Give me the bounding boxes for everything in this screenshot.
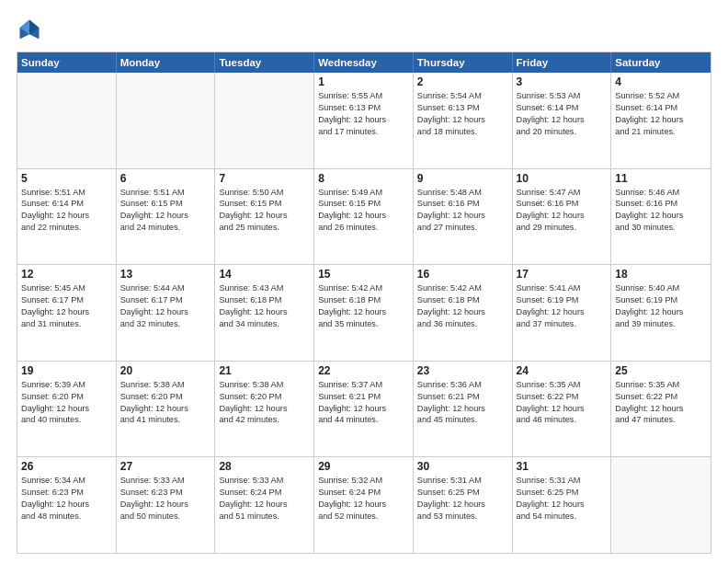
day-info: Sunrise: 5:42 AM Sunset: 6:18 PM Dayligh… bbox=[318, 282, 409, 330]
day-info: Sunrise: 5:51 AM Sunset: 6:15 PM Dayligh… bbox=[120, 187, 211, 235]
header-day-friday: Friday bbox=[513, 52, 612, 73]
day-number: 13 bbox=[120, 268, 211, 281]
day-info: Sunrise: 5:47 AM Sunset: 6:16 PM Dayligh… bbox=[517, 187, 608, 235]
day-info: Sunrise: 5:36 AM Sunset: 6:21 PM Dayligh… bbox=[417, 379, 508, 427]
day-number: 7 bbox=[219, 172, 310, 185]
day-info: Sunrise: 5:50 AM Sunset: 6:15 PM Dayligh… bbox=[219, 187, 310, 235]
day-info: Sunrise: 5:38 AM Sunset: 6:20 PM Dayligh… bbox=[120, 379, 211, 427]
calendar-header: SundayMondayTuesdayWednesdayThursdayFrid… bbox=[17, 52, 711, 73]
calendar-cell: 23Sunrise: 5:36 AM Sunset: 6:21 PM Dayli… bbox=[414, 362, 513, 457]
calendar-cell: 28Sunrise: 5:33 AM Sunset: 6:24 PM Dayli… bbox=[215, 457, 314, 553]
calendar-cell: 17Sunrise: 5:41 AM Sunset: 6:19 PM Dayli… bbox=[513, 265, 612, 361]
day-info: Sunrise: 5:43 AM Sunset: 6:18 PM Dayligh… bbox=[219, 282, 310, 330]
header bbox=[17, 17, 711, 42]
day-info: Sunrise: 5:42 AM Sunset: 6:18 PM Dayligh… bbox=[417, 282, 508, 330]
calendar-cell: 14Sunrise: 5:43 AM Sunset: 6:18 PM Dayli… bbox=[215, 265, 314, 361]
calendar-cell bbox=[17, 73, 117, 168]
calendar-week-5: 26Sunrise: 5:34 AM Sunset: 6:23 PM Dayli… bbox=[17, 457, 711, 553]
calendar-cell bbox=[611, 457, 711, 553]
header-day-tuesday: Tuesday bbox=[215, 52, 314, 73]
calendar-cell: 1Sunrise: 5:55 AM Sunset: 6:13 PM Daylig… bbox=[314, 73, 414, 168]
day-number: 30 bbox=[417, 460, 508, 473]
calendar-cell: 21Sunrise: 5:38 AM Sunset: 6:20 PM Dayli… bbox=[215, 362, 314, 457]
calendar-cell: 2Sunrise: 5:54 AM Sunset: 6:13 PM Daylig… bbox=[414, 73, 513, 168]
calendar-cell bbox=[117, 73, 216, 168]
day-number: 5 bbox=[21, 172, 112, 185]
calendar-cell: 24Sunrise: 5:35 AM Sunset: 6:22 PM Dayli… bbox=[513, 362, 612, 457]
day-number: 15 bbox=[318, 268, 409, 281]
calendar-cell: 26Sunrise: 5:34 AM Sunset: 6:23 PM Dayli… bbox=[17, 457, 117, 553]
page: SundayMondayTuesdayWednesdayThursdayFrid… bbox=[0, 0, 728, 563]
calendar-cell: 7Sunrise: 5:50 AM Sunset: 6:15 PM Daylig… bbox=[215, 169, 314, 265]
day-info: Sunrise: 5:46 AM Sunset: 6:16 PM Dayligh… bbox=[615, 187, 707, 235]
calendar-cell: 16Sunrise: 5:42 AM Sunset: 6:18 PM Dayli… bbox=[414, 265, 513, 361]
day-number: 10 bbox=[517, 172, 608, 185]
calendar-cell: 4Sunrise: 5:52 AM Sunset: 6:14 PM Daylig… bbox=[611, 73, 711, 168]
day-number: 4 bbox=[615, 75, 707, 88]
day-number: 19 bbox=[21, 364, 112, 377]
calendar-cell bbox=[215, 73, 314, 168]
day-number: 16 bbox=[417, 268, 508, 281]
logo-icon bbox=[17, 17, 42, 42]
day-info: Sunrise: 5:38 AM Sunset: 6:20 PM Dayligh… bbox=[219, 379, 310, 427]
calendar-week-2: 5Sunrise: 5:51 AM Sunset: 6:14 PM Daylig… bbox=[17, 169, 711, 266]
calendar-cell: 8Sunrise: 5:49 AM Sunset: 6:15 PM Daylig… bbox=[314, 169, 414, 265]
day-number: 22 bbox=[318, 364, 409, 377]
day-number: 12 bbox=[21, 268, 112, 281]
day-number: 11 bbox=[615, 172, 707, 185]
day-info: Sunrise: 5:33 AM Sunset: 6:23 PM Dayligh… bbox=[120, 475, 211, 523]
day-info: Sunrise: 5:35 AM Sunset: 6:22 PM Dayligh… bbox=[517, 379, 608, 427]
day-info: Sunrise: 5:48 AM Sunset: 6:16 PM Dayligh… bbox=[417, 187, 508, 235]
calendar-week-4: 19Sunrise: 5:39 AM Sunset: 6:20 PM Dayli… bbox=[17, 362, 711, 458]
calendar-cell: 30Sunrise: 5:31 AM Sunset: 6:25 PM Dayli… bbox=[414, 457, 513, 553]
day-info: Sunrise: 5:40 AM Sunset: 6:19 PM Dayligh… bbox=[615, 282, 707, 330]
day-number: 18 bbox=[615, 268, 707, 281]
header-day-wednesday: Wednesday bbox=[314, 52, 414, 73]
day-info: Sunrise: 5:34 AM Sunset: 6:23 PM Dayligh… bbox=[21, 475, 112, 523]
calendar-cell: 22Sunrise: 5:37 AM Sunset: 6:21 PM Dayli… bbox=[314, 362, 414, 457]
header-day-monday: Monday bbox=[117, 52, 216, 73]
day-number: 14 bbox=[219, 268, 310, 281]
day-info: Sunrise: 5:37 AM Sunset: 6:21 PM Dayligh… bbox=[318, 379, 409, 427]
calendar: SundayMondayTuesdayWednesdayThursdayFrid… bbox=[17, 52, 711, 554]
calendar-body: 1Sunrise: 5:55 AM Sunset: 6:13 PM Daylig… bbox=[17, 73, 711, 553]
calendar-week-1: 1Sunrise: 5:55 AM Sunset: 6:13 PM Daylig… bbox=[17, 73, 711, 169]
calendar-cell: 18Sunrise: 5:40 AM Sunset: 6:19 PM Dayli… bbox=[611, 265, 711, 361]
day-info: Sunrise: 5:31 AM Sunset: 6:25 PM Dayligh… bbox=[417, 475, 508, 523]
day-number: 8 bbox=[318, 172, 409, 185]
calendar-cell: 6Sunrise: 5:51 AM Sunset: 6:15 PM Daylig… bbox=[117, 169, 216, 265]
calendar-cell: 31Sunrise: 5:31 AM Sunset: 6:25 PM Dayli… bbox=[513, 457, 612, 553]
day-info: Sunrise: 5:53 AM Sunset: 6:14 PM Dayligh… bbox=[517, 90, 608, 138]
calendar-cell: 11Sunrise: 5:46 AM Sunset: 6:16 PM Dayli… bbox=[611, 169, 711, 265]
day-info: Sunrise: 5:52 AM Sunset: 6:14 PM Dayligh… bbox=[615, 90, 707, 138]
day-number: 29 bbox=[318, 460, 409, 473]
day-info: Sunrise: 5:31 AM Sunset: 6:25 PM Dayligh… bbox=[517, 475, 608, 523]
calendar-cell: 13Sunrise: 5:44 AM Sunset: 6:17 PM Dayli… bbox=[117, 265, 216, 361]
day-number: 20 bbox=[120, 364, 211, 377]
day-number: 6 bbox=[120, 172, 211, 185]
calendar-cell: 15Sunrise: 5:42 AM Sunset: 6:18 PM Dayli… bbox=[314, 265, 414, 361]
day-info: Sunrise: 5:35 AM Sunset: 6:22 PM Dayligh… bbox=[615, 379, 707, 427]
calendar-cell: 29Sunrise: 5:32 AM Sunset: 6:24 PM Dayli… bbox=[314, 457, 414, 553]
day-info: Sunrise: 5:55 AM Sunset: 6:13 PM Dayligh… bbox=[318, 90, 409, 138]
calendar-cell: 19Sunrise: 5:39 AM Sunset: 6:20 PM Dayli… bbox=[17, 362, 117, 457]
day-number: 24 bbox=[517, 364, 608, 377]
day-info: Sunrise: 5:41 AM Sunset: 6:19 PM Dayligh… bbox=[517, 282, 608, 330]
day-number: 28 bbox=[219, 460, 310, 473]
day-info: Sunrise: 5:54 AM Sunset: 6:13 PM Dayligh… bbox=[417, 90, 508, 138]
calendar-cell: 25Sunrise: 5:35 AM Sunset: 6:22 PM Dayli… bbox=[611, 362, 711, 457]
calendar-cell: 9Sunrise: 5:48 AM Sunset: 6:16 PM Daylig… bbox=[414, 169, 513, 265]
day-number: 1 bbox=[318, 75, 409, 88]
day-number: 25 bbox=[615, 364, 707, 377]
header-day-saturday: Saturday bbox=[611, 52, 711, 73]
day-number: 26 bbox=[21, 460, 112, 473]
day-number: 27 bbox=[120, 460, 211, 473]
day-number: 9 bbox=[417, 172, 508, 185]
day-number: 31 bbox=[517, 460, 608, 473]
day-info: Sunrise: 5:45 AM Sunset: 6:17 PM Dayligh… bbox=[21, 282, 112, 330]
day-number: 2 bbox=[417, 75, 508, 88]
calendar-week-3: 12Sunrise: 5:45 AM Sunset: 6:17 PM Dayli… bbox=[17, 265, 711, 362]
day-number: 3 bbox=[517, 75, 608, 88]
day-info: Sunrise: 5:39 AM Sunset: 6:20 PM Dayligh… bbox=[21, 379, 112, 427]
logo bbox=[17, 17, 46, 42]
